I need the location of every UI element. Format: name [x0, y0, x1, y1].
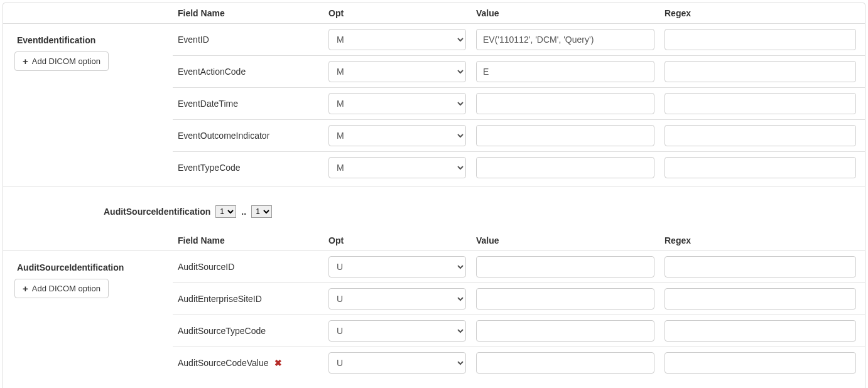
- col-header-opt: Opt: [323, 3, 471, 24]
- regex-input[interactable]: [665, 125, 856, 146]
- add-button-label: Add DICOM option: [32, 57, 100, 66]
- opt-select[interactable]: MUC: [328, 320, 466, 342]
- opt-select[interactable]: MUC: [328, 61, 466, 82]
- regex-input[interactable]: [665, 352, 856, 374]
- value-input[interactable]: [476, 61, 654, 82]
- value-input[interactable]: [476, 352, 654, 374]
- section-table-eventidentification: Field Name Opt Value Regex EventIdentifi…: [3, 3, 865, 186]
- regex-input[interactable]: [665, 93, 856, 114]
- table-row: EventIdentification + Add DICOM option E…: [3, 24, 865, 56]
- field-name-label: EventDateTime: [178, 99, 238, 109]
- field-name-label: AuditSourceID: [178, 262, 234, 272]
- remove-row-icon[interactable]: ✖: [274, 358, 282, 368]
- opt-select[interactable]: MUC: [328, 256, 466, 278]
- cardinality-label: AuditSourceIdentification: [104, 207, 210, 217]
- opt-select[interactable]: MUC: [328, 93, 466, 114]
- section-table-auditsourceidentification: Field Name Opt Value Regex AuditSourceId…: [3, 230, 865, 379]
- value-input[interactable]: [476, 288, 654, 310]
- col-header-regex: Regex: [659, 230, 865, 251]
- field-name-label: EventID: [178, 35, 209, 45]
- opt-select[interactable]: MUC: [328, 157, 466, 178]
- column-header-row: Field Name Opt Value Regex: [3, 230, 865, 251]
- extra-constraints-row: Extra constraints : ✚: [3, 379, 865, 389]
- field-name-label: AuditSourceCodeValue: [178, 358, 269, 368]
- table-row: AuditSourceIdentification + Add DICOM op…: [3, 251, 865, 283]
- section-title: EventIdentification: [8, 29, 168, 49]
- regex-input[interactable]: [665, 29, 856, 50]
- regex-input[interactable]: [665, 157, 856, 178]
- cardinality-row: AuditSourceIdentification 123* .. 123*: [3, 186, 865, 230]
- field-name-label: AuditEnterpriseSiteID: [178, 294, 262, 304]
- opt-select[interactable]: MUC: [328, 125, 466, 146]
- cardinality-separator: ..: [241, 207, 246, 217]
- regex-input[interactable]: [665, 288, 856, 310]
- value-input[interactable]: [476, 29, 654, 50]
- col-header-value: Value: [471, 3, 659, 24]
- cardinality-min-select[interactable]: 123*: [215, 205, 236, 218]
- add-dicom-option-button[interactable]: + Add DICOM option: [14, 279, 109, 298]
- value-input[interactable]: [476, 93, 654, 114]
- config-panel: Field Name Opt Value Regex EventIdentifi…: [3, 3, 865, 388]
- section-title: AuditSourceIdentification: [8, 256, 168, 276]
- cardinality-max-select[interactable]: 123*: [251, 205, 272, 218]
- plus-icon: +: [23, 283, 28, 294]
- opt-select[interactable]: MUC: [328, 29, 466, 50]
- field-name-label: EventTypeCode: [178, 163, 241, 173]
- regex-input[interactable]: [665, 61, 856, 82]
- column-header-row: Field Name Opt Value Regex: [3, 3, 865, 24]
- col-header-field: Field Name: [173, 3, 323, 24]
- opt-select[interactable]: MUC: [328, 288, 466, 310]
- value-input[interactable]: [476, 320, 654, 342]
- value-input[interactable]: [476, 125, 654, 146]
- col-header-opt: Opt: [323, 230, 471, 251]
- add-button-label: Add DICOM option: [32, 284, 100, 293]
- col-header-value: Value: [471, 230, 659, 251]
- value-input[interactable]: [476, 256, 654, 278]
- col-header-field: Field Name: [173, 230, 323, 251]
- regex-input[interactable]: [665, 256, 856, 278]
- field-name-label: AuditSourceTypeCode: [178, 326, 266, 336]
- plus-icon: +: [23, 56, 28, 67]
- field-name-label: EventOutcomeIndicator: [178, 131, 269, 141]
- regex-input[interactable]: [665, 320, 856, 342]
- field-name-label: EventActionCode: [178, 67, 246, 77]
- add-dicom-option-button[interactable]: + Add DICOM option: [14, 51, 109, 71]
- col-header-regex: Regex: [659, 3, 865, 24]
- value-input[interactable]: [476, 157, 654, 178]
- opt-select[interactable]: MUC: [328, 352, 466, 374]
